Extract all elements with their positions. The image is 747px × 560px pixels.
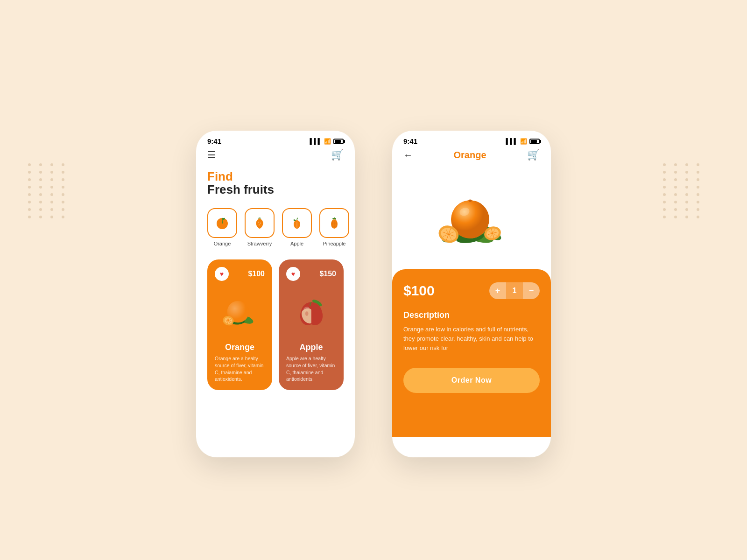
phone2-content: ← Orange 🛒 xyxy=(392,149,551,437)
category-orange[interactable]: Orange xyxy=(207,208,237,246)
cart-icon-2[interactable]: 🛒 xyxy=(527,149,540,161)
orange-fruit-svg xyxy=(217,293,263,330)
menu-icon[interactable]: ☰ xyxy=(207,150,216,160)
strawberry-label: Strawverry xyxy=(247,241,272,246)
orange-label: Orange xyxy=(214,241,231,246)
svg-point-3 xyxy=(260,223,261,224)
battery-icon-2 xyxy=(529,139,540,144)
orange-fruit-image xyxy=(215,285,265,339)
signal-icon-2: ▌▌▌ xyxy=(506,138,518,145)
detail-orange-svg xyxy=(430,181,514,255)
description-title: Description xyxy=(403,310,540,320)
apple-card-name: Apple xyxy=(286,343,336,352)
phone2-header: ← Orange 🛒 xyxy=(392,149,551,167)
fruit-hero-image xyxy=(392,167,551,269)
back-button[interactable]: ← xyxy=(403,150,413,161)
quantity-minus-button[interactable]: − xyxy=(523,282,540,299)
apple-icon-box xyxy=(282,208,312,238)
phone-list-screen: 9:41 ▌▌▌ 📶 ☰ 🛒 Find Fresh fruits xyxy=(196,131,355,457)
status-time-2: 9:41 xyxy=(403,137,417,145)
category-strawberry[interactable]: Strawverry xyxy=(245,208,275,246)
status-icons-2: ▌▌▌ 📶 xyxy=(506,138,540,145)
apple-heart-icon: ♥ xyxy=(291,270,295,278)
description-text: Orange are low in calories and full of n… xyxy=(403,325,540,353)
heart-filled-icon: ♥ xyxy=(220,270,224,278)
apple-fruit-svg xyxy=(290,293,332,330)
phone1-content: ☰ 🛒 Find Fresh fruits Orange xyxy=(196,149,355,401)
svg-point-20 xyxy=(305,311,308,316)
apple-card-top: ♥ $150 xyxy=(286,267,336,281)
category-apple[interactable]: Apple xyxy=(282,208,312,246)
apple-heart-button[interactable]: ♥ xyxy=(286,267,300,281)
pineapple-icon-box xyxy=(319,208,349,238)
strawberry-category-icon xyxy=(252,216,267,231)
orange-icon-box xyxy=(207,208,237,238)
quantity-plus-button[interactable]: + xyxy=(489,282,506,299)
orange-price: $100 xyxy=(248,270,265,278)
orange-card-desc: Orange are a healty source of fiver, vit… xyxy=(215,355,265,383)
orange-heart-button[interactable]: ♥ xyxy=(215,267,229,281)
orange-card-top: ♥ $100 xyxy=(215,267,265,281)
find-label: Find xyxy=(207,170,344,182)
svg-point-2 xyxy=(258,222,259,223)
detail-bottom-panel: $100 + 1 − Description Orange are low in… xyxy=(392,269,551,437)
detail-page-title: Orange xyxy=(453,150,486,161)
status-time-1: 9:41 xyxy=(207,137,221,145)
apple-label: Apple xyxy=(290,241,303,246)
decorative-dots-left xyxy=(28,163,84,303)
cart-icon-1[interactable]: 🛒 xyxy=(331,149,344,161)
apple-fruit-image xyxy=(286,285,336,339)
wifi-icon-2: 📶 xyxy=(520,138,527,145)
status-bar-2: 9:41 ▌▌▌ 📶 xyxy=(392,131,551,149)
decorative-dots-right xyxy=(663,163,719,303)
apple-price: $150 xyxy=(319,270,336,278)
pineapple-category-icon xyxy=(327,216,342,231)
price-quantity-row: $100 + 1 − xyxy=(403,282,540,299)
apple-product-card[interactable]: ♥ $150 xyxy=(279,259,344,390)
svg-point-27 xyxy=(468,199,472,202)
quantity-value: 1 xyxy=(506,287,523,295)
status-bar-1: 9:41 ▌▌▌ 📶 xyxy=(196,131,355,149)
order-now-button[interactable]: Order Now xyxy=(403,368,540,393)
battery-icon-1 xyxy=(333,139,344,144)
orange-card-name: Orange xyxy=(215,343,265,352)
apple-category-icon xyxy=(289,216,304,231)
fresh-fruits-label: Fresh fruits xyxy=(207,182,344,197)
category-pineapple[interactable]: Pineapple xyxy=(319,208,349,246)
wifi-icon-1: 📶 xyxy=(324,138,331,145)
apple-card-desc: Apple are a healty source of fiver, vita… xyxy=(286,355,336,383)
status-icons-1: ▌▌▌ 📶 xyxy=(310,138,344,145)
phones-container: 9:41 ▌▌▌ 📶 ☰ 🛒 Find Fresh fruits xyxy=(196,103,551,457)
svg-point-4 xyxy=(259,224,260,225)
categories: Orange Strawverry xyxy=(207,208,344,246)
signal-icon-1: ▌▌▌ xyxy=(310,138,322,145)
pineapple-label: Pineapple xyxy=(323,241,346,246)
quantity-control: + 1 − xyxy=(489,282,540,299)
phone-detail-screen: 9:41 ▌▌▌ 📶 ← Orange 🛒 xyxy=(392,131,551,457)
strawberry-icon-box xyxy=(245,208,275,238)
phone1-header: ☰ 🛒 xyxy=(207,149,344,161)
orange-product-card[interactable]: ♥ $100 xyxy=(207,259,272,390)
orange-category-icon xyxy=(215,216,230,231)
svg-point-0 xyxy=(217,218,228,229)
products-row: ♥ $100 xyxy=(207,259,344,390)
detail-price: $100 xyxy=(403,283,435,299)
